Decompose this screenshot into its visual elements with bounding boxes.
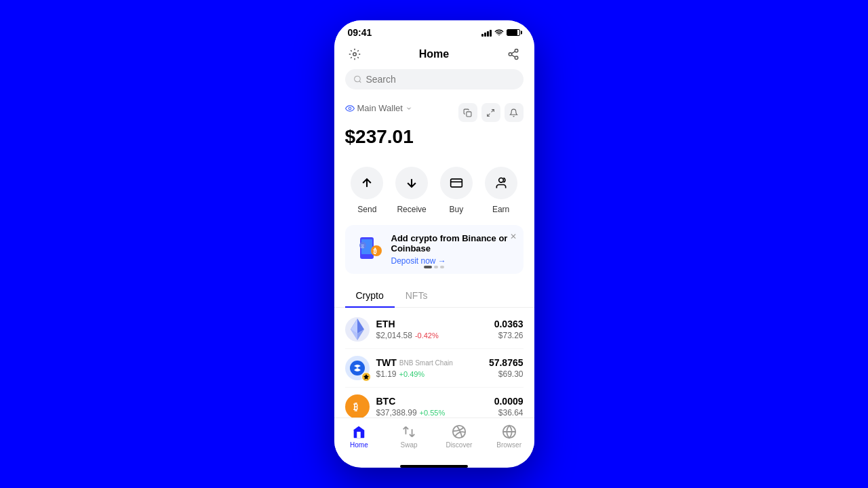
token-left-eth: ETH $2,014.58 -0.42% — [345, 317, 439, 342]
tab-nfts[interactable]: NFTs — [395, 285, 439, 308]
wallet-label-row: Main Wallet — [345, 103, 412, 113]
nav-swap[interactable]: Swap — [384, 424, 434, 449]
svg-line-4 — [512, 55, 515, 57]
scroll-area: Main Wallet — [334, 98, 534, 418]
swap-nav-label: Swap — [401, 441, 418, 449]
svg-point-8 — [349, 107, 351, 110]
receive-label: Receive — [397, 205, 426, 214]
promo-close-button[interactable]: ✕ — [510, 232, 517, 241]
eth-symbol: ETH — [376, 319, 395, 329]
token-row-eth[interactable]: ETH $2,014.58 -0.42% 0.0363 $73.26 — [345, 310, 524, 349]
wallet-name: Main Wallet — [357, 103, 403, 113]
buy-icon — [440, 167, 473, 199]
promo-banner: ✕ ₿ Ξ Add crypto from Binance or Coinbas… — [345, 225, 524, 274]
status-icons — [481, 28, 521, 37]
btc-amount: 0.0009 — [494, 396, 524, 407]
discover-nav-icon — [451, 424, 467, 440]
svg-point-1 — [515, 49, 519, 53]
send-icon — [351, 167, 383, 199]
chevron-down-icon — [406, 105, 412, 112]
settings-button[interactable] — [345, 45, 364, 64]
promo-deposit-link[interactable]: Deposit now → — [391, 256, 514, 266]
send-label: Send — [357, 205, 376, 214]
receive-button[interactable]: Receive — [395, 167, 428, 214]
promo-title: Add crypto from Binance or Coinbase — [391, 233, 514, 253]
notifications-button[interactable] — [505, 103, 524, 122]
eth-price: $2,014.58 — [376, 331, 412, 340]
app-header: Home — [334, 42, 534, 69]
svg-point-3 — [515, 56, 519, 60]
asset-tabs: Crypto NFTs — [334, 285, 534, 308]
send-button[interactable]: Send — [351, 167, 383, 214]
twt-chain: BNB Smart Chain — [399, 359, 453, 367]
svg-line-7 — [359, 81, 360, 82]
nav-browser[interactable]: Browser — [484, 424, 534, 449]
status-bar: 09:41 — [334, 20, 534, 42]
promo-image: ₿ Ξ — [355, 235, 384, 264]
promo-dot-1 — [424, 266, 432, 268]
svg-point-6 — [354, 76, 360, 82]
token-list: ETH $2,014.58 -0.42% 0.0363 $73.26 — [334, 310, 534, 418]
bottom-nav: Home Swap Discover — [334, 418, 534, 462]
token-left-twt: TWT BNB Smart Chain $1.19 +0.49% — [345, 356, 453, 380]
promo-dot-3 — [440, 266, 444, 268]
eth-amount: 0.0363 — [494, 319, 524, 329]
eth-value: $73.26 — [494, 331, 524, 340]
action-buttons: Send Receive Buy — [334, 164, 534, 225]
svg-point-0 — [353, 53, 356, 56]
svg-line-5 — [512, 52, 515, 54]
token-left-btc: ₿ BTC $37,388.99 +0.55% — [345, 394, 446, 418]
btc-token-icon: ₿ — [345, 394, 370, 418]
svg-text:₿: ₿ — [353, 401, 358, 412]
nav-home[interactable]: Home — [334, 424, 384, 449]
buy-button[interactable]: Buy — [440, 167, 473, 214]
nav-discover[interactable]: Discover — [434, 424, 484, 449]
earn-button[interactable]: Earn — [485, 167, 517, 214]
wallet-section: Main Wallet — [334, 98, 534, 164]
tab-crypto[interactable]: Crypto — [345, 285, 395, 308]
svg-point-16 — [498, 178, 503, 183]
wallet-link-button[interactable] — [504, 45, 523, 64]
svg-rect-14 — [451, 179, 462, 187]
browser-nav-label: Browser — [496, 441, 521, 449]
earn-label: Earn — [492, 205, 509, 214]
expand-button[interactable] — [481, 103, 500, 122]
btc-value: $36.64 — [494, 408, 524, 418]
search-icon — [353, 75, 362, 84]
btc-symbol: BTC — [376, 396, 396, 407]
earn-icon — [485, 167, 517, 199]
svg-marker-28 — [363, 374, 369, 380]
battery-icon — [507, 29, 520, 36]
token-row-btc[interactable]: ₿ BTC $37,388.99 +0.55% 0.0009 — [345, 388, 524, 418]
eye-icon — [345, 105, 355, 112]
wallet-header-row: Main Wallet — [345, 103, 524, 122]
promo-content: Add crypto from Binance or Coinbase Depo… — [391, 233, 514, 266]
svg-line-10 — [492, 109, 494, 112]
wifi-icon — [494, 29, 504, 36]
promo-dot-2 — [434, 266, 438, 268]
discover-nav-label: Discover — [446, 441, 472, 449]
home-nav-label: Home — [350, 441, 368, 449]
eth-balance: 0.0363 $73.26 — [494, 319, 524, 340]
twt-balance: 57.8765 $69.30 — [489, 357, 524, 379]
home-indicator — [400, 465, 468, 468]
twt-value: $69.30 — [489, 369, 524, 379]
btc-price: $37,388.99 — [376, 408, 417, 418]
wallet-action-icons — [458, 103, 524, 122]
btc-balance: 0.0009 $36.64 — [494, 396, 524, 418]
eth-token-info: ETH $2,014.58 -0.42% — [376, 319, 439, 340]
search-bar[interactable] — [345, 69, 524, 89]
btc-change: +0.55% — [420, 409, 446, 417]
search-input[interactable] — [366, 74, 515, 85]
copy-button[interactable] — [458, 103, 477, 122]
twt-symbol: TWT — [376, 357, 397, 368]
twt-amount: 57.8765 — [489, 357, 524, 368]
token-row-twt[interactable]: TWT BNB Smart Chain $1.19 +0.49% 57.8765… — [345, 349, 524, 388]
promo-pagination — [424, 266, 444, 268]
home-nav-icon — [351, 424, 367, 440]
swap-nav-icon — [401, 424, 417, 440]
svg-rect-9 — [467, 111, 471, 116]
eth-token-icon — [345, 317, 370, 342]
eth-change: -0.42% — [415, 331, 439, 340]
status-time: 09:41 — [348, 27, 372, 38]
